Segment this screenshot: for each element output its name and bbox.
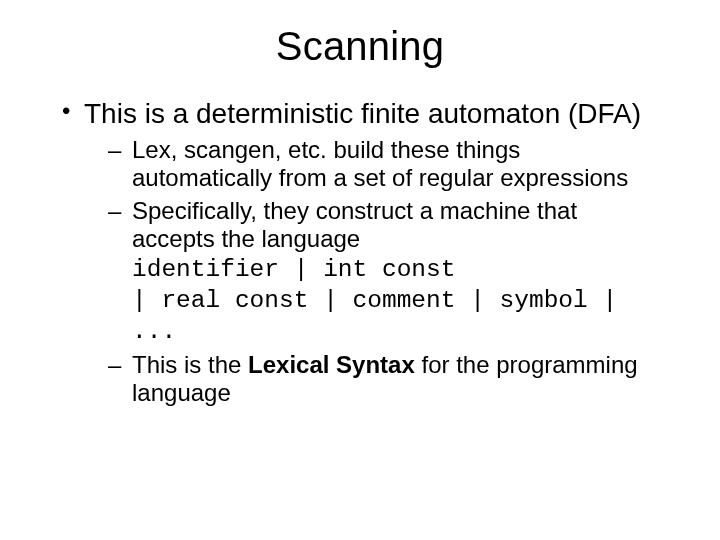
bullet-l2-construct: Specifically, they construct a machine t… [108,197,662,348]
text-bold-lexical-syntax: Lexical Syntax [248,351,415,378]
bullet-l2-lexical-syntax: This is the Lexical Syntax for the progr… [108,351,662,408]
code-language-spec: identifier | int const | real const | co… [132,255,662,347]
bullet-l2-text: Lex, scangen, etc. build these things au… [132,136,628,191]
bullet-l1-dfa: This is a deterministic finite automaton… [58,97,662,408]
slide: Scanning This is a deterministic finite … [0,0,720,540]
bullet-l2-text: Specifically, they construct a machine t… [132,197,577,252]
bullet-list-level2: Lex, scangen, etc. build these things au… [108,136,662,408]
text-prefix: This is the [132,351,248,378]
bullet-l2-lex: Lex, scangen, etc. build these things au… [108,136,662,193]
bullet-l1-text: This is a deterministic finite automaton… [84,98,641,129]
bullet-list-level1: This is a deterministic finite automaton… [58,97,662,408]
slide-title: Scanning [58,24,662,69]
